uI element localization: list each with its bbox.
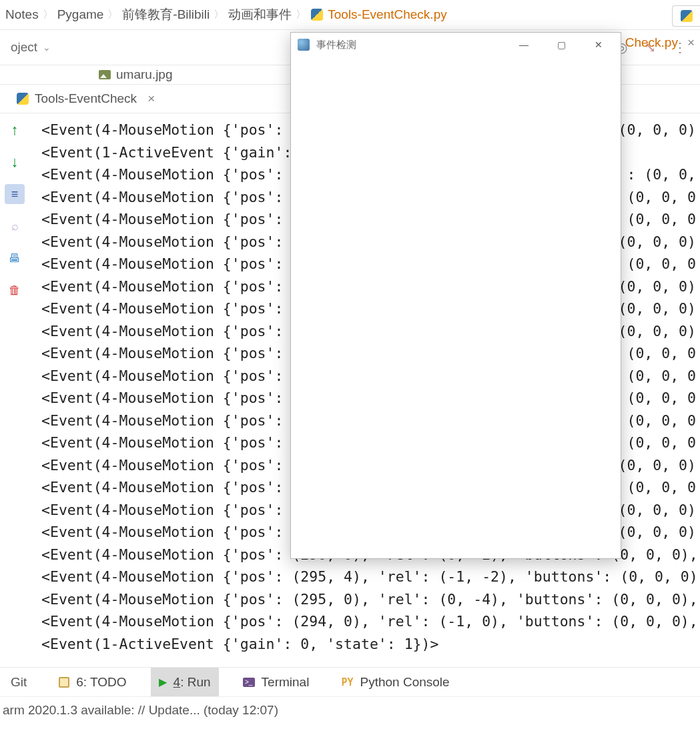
chevron-down-icon: ⌄ [43,42,51,53]
close-icon[interactable]: × [687,35,695,50]
close-icon[interactable]: × [147,91,155,106]
pygame-icon [298,39,310,51]
status-message[interactable]: arm 2020.1.3 available: // Update... (to… [3,703,278,718]
print-icon[interactable]: 🖶 [5,248,25,268]
image-file-icon [99,70,111,79]
tool-window-python-console[interactable]: PY Python Console [333,668,457,696]
file-name-label: umaru.jpg [116,67,173,82]
tool-window-bar: Git 6: TODO ▶ 4: Run >_ Terminal PY Pyth… [0,667,700,696]
close-icon[interactable]: ✕ [583,39,614,50]
chevron-right-icon: 〉 [296,8,306,22]
run-tab-label: Tools-EventCheck [35,91,137,106]
breadcrumb: Notes 〉 Pygame 〉 前锋教育-Bilibili 〉 动画和事件 〉… [0,0,700,29]
tool-window-run[interactable]: ▶ 4: Run [151,668,219,696]
scroll-up-icon[interactable]: ↑ [5,120,25,140]
pygame-window[interactable]: 事件检测 — ▢ ✕ [290,32,621,559]
tool-window-label: 6: TODO [76,675,126,690]
console-line: <Event(4-MouseMotion {'pos': (294, 0), '… [41,610,700,633]
project-label: oject [11,40,37,55]
play-icon: ▶ [159,676,167,688]
python-file-icon [680,9,693,23]
breadcrumb-active-label: Tools-EventCheck.py [328,7,446,22]
console-gutter: ↑ ↓ ≡ ⌕ 🖶 🗑 [0,113,29,667]
editor-tab[interactable]: Check.py × [625,35,695,50]
breadcrumb-item[interactable]: Notes [5,7,39,22]
run-tab[interactable]: Tools-EventCheck × [9,89,161,109]
tool-window-label: Python Console [360,675,449,690]
terminal-icon: >_ [243,678,255,687]
pygame-titlebar[interactable]: 事件检测 — ▢ ✕ [291,33,621,57]
run-config-button[interactable] [672,5,700,27]
tool-window-label: Git [11,675,27,690]
breadcrumb-item[interactable]: 动画和事件 [228,6,292,23]
tool-window-todo[interactable]: 6: TODO [51,668,134,696]
trash-icon[interactable]: 🗑 [5,280,25,300]
todo-icon [59,677,69,688]
project-view-selector[interactable]: oject ⌄ [4,36,57,59]
status-bar: arm 2020.1.3 available: // Update... (to… [0,696,700,723]
console-line: <Event(4-MouseMotion {'pos': (295, 4), '… [41,566,700,588]
tool-window-label: Terminal [262,675,310,690]
python-console-icon: PY [341,676,353,688]
chevron-right-icon: 〉 [43,8,53,22]
breadcrumb-item[interactable]: 前锋教育-Bilibili [122,6,210,23]
maximize-icon[interactable]: ▢ [546,39,577,50]
inspect-icon[interactable]: ⌕ [5,216,25,236]
tool-window-label: 4: Run [173,675,211,690]
chevron-right-icon: 〉 [214,8,224,22]
soft-wrap-icon[interactable]: ≡ [5,184,25,204]
pygame-window-title: 事件检测 [316,39,356,51]
breadcrumb-item[interactable]: Pygame [57,7,104,22]
python-file-icon [310,8,324,21]
scroll-down-icon[interactable]: ↓ [5,152,25,172]
minimize-icon[interactable]: — [508,39,539,50]
python-file-icon [16,92,29,105]
console-line: <Event(4-MouseMotion {'pos': (295, 0), '… [41,588,700,611]
chevron-right-icon: 〉 [107,8,118,22]
breadcrumb-active-file[interactable]: Tools-EventCheck.py [310,7,446,22]
console-line: <Event(1-ActiveEvent {'gain': 0, 'state'… [41,633,700,656]
editor-tab-label: Check.py [625,35,678,50]
tool-window-terminal[interactable]: >_ Terminal [235,668,318,696]
pygame-canvas[interactable] [291,57,621,558]
tool-window-git[interactable]: Git [3,668,35,696]
